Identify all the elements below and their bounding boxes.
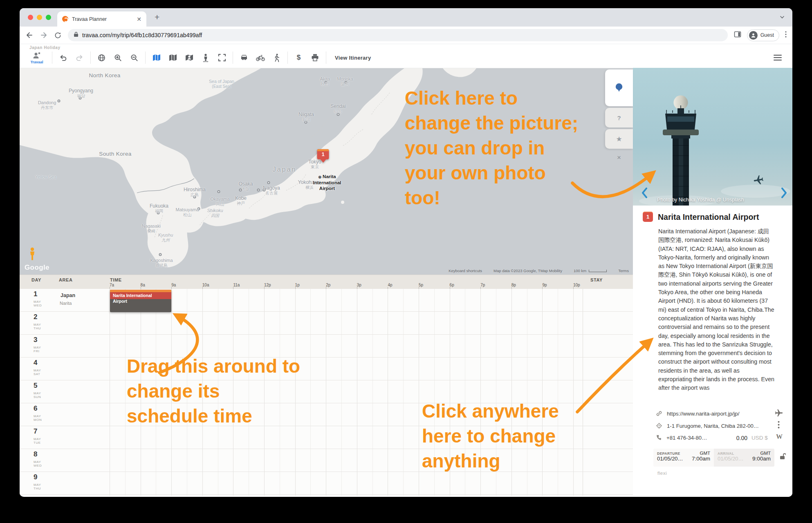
tab-close-icon[interactable]: ✕ — [137, 16, 141, 22]
timeline-day-row[interactable]: 2MAYTHU — [20, 312, 633, 335]
area-subname: Narita — [60, 301, 72, 306]
place-description[interactable]: Narita International Airport (Japanese: … — [658, 227, 774, 407]
day-number: 5 — [34, 382, 37, 390]
map-label: Pyongyang평양 — [69, 88, 93, 98]
map-person-icon[interactable] — [184, 52, 195, 63]
map-label: North Korea — [89, 72, 120, 79]
browser-tab[interactable]: Travaa Planner ✕ — [57, 11, 146, 27]
map-pin-icon — [615, 83, 624, 93]
print-icon[interactable] — [310, 52, 321, 63]
close-window-button[interactable] — [28, 15, 33, 20]
day-month: MAY — [34, 323, 41, 326]
bicycle-icon[interactable] — [255, 52, 266, 63]
day-month: MAY — [34, 483, 41, 487]
zoom-out-icon[interactable] — [129, 52, 140, 63]
event-title: Narita International Airport — [113, 293, 152, 304]
day-number: 4 — [34, 359, 37, 367]
day-month: MAY — [34, 437, 41, 441]
arrival-block[interactable]: ARRIVALGMT 01/05/20…9:00am — [714, 449, 774, 467]
address-bar[interactable]: travaa.com/my/trip/64fb1c8d30779691ab499… — [68, 29, 728, 41]
schedule-card[interactable]: DEPARTUREGMT 01/05/20…7:00am ARRIVALGMT … — [653, 449, 774, 467]
day-number: 9 — [34, 473, 37, 481]
map-marker-pin[interactable]: 1 — [317, 149, 329, 165]
schedule-event-block[interactable]: Narita International Airport — [110, 290, 171, 312]
map-label: Morioka盛岡 — [337, 76, 353, 87]
view-itinerary-button[interactable]: View Itinerary — [335, 55, 371, 61]
menu-icon[interactable] — [774, 53, 782, 62]
kebab-menu-icon[interactable] — [785, 31, 787, 39]
new-tab-button[interactable]: + — [155, 12, 159, 22]
details-panel[interactable]: Photo by Nichika Yoshida @ Unsplash 1 Na… — [633, 68, 792, 497]
timeline-day-row[interactable]: 3MAYFRI — [20, 335, 633, 358]
window-controls — [28, 15, 51, 20]
pegman-streetview-icon[interactable] — [29, 247, 36, 263]
unlock-icon[interactable] — [779, 453, 786, 460]
day-weekday: THU — [34, 487, 41, 490]
airplane-illustration — [753, 175, 764, 186]
photo-next-button[interactable] — [781, 188, 787, 200]
undo-icon[interactable] — [58, 52, 69, 63]
map-alt-icon[interactable] — [167, 52, 178, 63]
panel-tab-help[interactable]: ? — [605, 108, 633, 127]
city-dot — [58, 100, 61, 103]
reload-icon[interactable] — [54, 31, 62, 39]
back-icon[interactable] — [25, 31, 34, 39]
day-number: 8 — [34, 450, 37, 458]
tab-list-chevron-icon[interactable] — [779, 14, 785, 22]
departure-timezone[interactable]: GMT — [700, 451, 710, 456]
website-row[interactable]: https://www.narita-airport.jp/jp/ — [656, 410, 739, 417]
arrival-timezone[interactable]: GMT — [760, 451, 771, 456]
divider — [52, 51, 52, 64]
profile-button[interactable]: Guest — [747, 29, 779, 41]
arrival-date[interactable]: 01/05/20… — [718, 456, 744, 462]
currency-icon[interactable]: $ — [293, 52, 304, 63]
keyboard-shortcuts-link[interactable]: Keyboard shortcuts — [449, 268, 482, 273]
travaa-logo-label: Travaal — [30, 60, 43, 64]
panel-close-icon[interactable]: × — [605, 150, 633, 165]
forward-icon[interactable] — [40, 31, 48, 39]
photo-prev-button[interactable] — [641, 188, 648, 200]
stop-number-badge: 1 — [643, 212, 653, 222]
price-value[interactable]: 0.00 — [715, 435, 747, 441]
place-photo[interactable]: Photo by Nichika Yoshida @ Unsplash — [633, 68, 792, 206]
redo-icon[interactable] — [74, 52, 85, 63]
departure-time[interactable]: 7:00am — [692, 456, 710, 462]
map-label: Osaka大阪 — [239, 181, 253, 192]
currency-label[interactable]: USD $ — [751, 435, 768, 441]
terms-link[interactable]: Terms — [618, 268, 629, 273]
pegman-icon[interactable] — [200, 52, 211, 63]
minimize-window-button[interactable] — [37, 15, 42, 20]
panel-tab-favorite[interactable]: ★ — [605, 129, 633, 149]
departure-date[interactable]: 01/05/20… — [657, 456, 683, 462]
more-options-icon[interactable] — [778, 421, 780, 429]
pin-number: 1 — [321, 151, 324, 157]
fullscreen-icon[interactable] — [216, 52, 227, 63]
timeline-day-row[interactable]: 9MAYTHU — [20, 472, 633, 495]
phone-row[interactable]: +81 476-34-80… — [656, 435, 707, 441]
day-month: MAY — [34, 391, 41, 395]
departure-label: DEPARTURE — [657, 451, 680, 456]
wikipedia-icon[interactable]: W — [776, 433, 783, 440]
car-icon[interactable] — [238, 52, 249, 63]
flight-icon[interactable] — [774, 409, 783, 418]
travaa-logo[interactable]: Travaal — [27, 51, 47, 64]
map-label: Shikoku四国 — [207, 208, 223, 218]
map-label: Dandong丹东市 — [38, 100, 56, 110]
flexi-label[interactable]: flexi — [657, 471, 667, 476]
departure-block[interactable]: DEPARTUREGMT 01/05/20…7:00am — [653, 449, 714, 467]
area-column-header: AREA — [59, 277, 73, 282]
walking-icon[interactable] — [271, 52, 282, 63]
globe-icon[interactable] — [96, 52, 107, 63]
side-panel-icon[interactable] — [734, 31, 741, 40]
city-dot — [218, 190, 220, 193]
arrival-time[interactable]: 9:00am — [752, 456, 771, 462]
divider — [90, 51, 91, 64]
map-view-icon[interactable] — [151, 52, 162, 63]
timeline-day-row[interactable]: 4MAYSAT — [20, 358, 633, 380]
address-row[interactable]: 1-1 Furugome, Narita, Chiba 282-00… — [656, 422, 759, 429]
day-number: 6 — [34, 405, 37, 413]
zoom-in-icon[interactable] — [112, 52, 123, 63]
panel-tab-details[interactable] — [605, 69, 633, 106]
place-title[interactable]: Narita International Airport — [658, 212, 785, 221]
zoom-window-button[interactable] — [46, 15, 51, 20]
